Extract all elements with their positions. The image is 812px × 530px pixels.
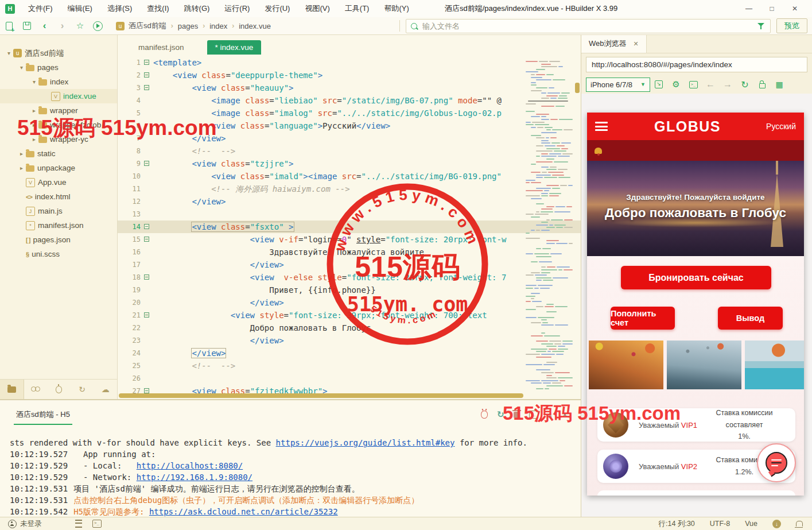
file-search-box[interactable] (406, 19, 771, 33)
tree-item-酒店sd前端[interactable]: ▾u酒店sd前端 (0, 46, 117, 60)
photo-balloons-sunset[interactable] (589, 341, 663, 389)
tree-item-static[interactable]: ▸static (0, 146, 117, 161)
login-status[interactable]: 未登录 (8, 519, 42, 529)
fold-marker-icon[interactable] (144, 224, 149, 229)
tree-item-index[interactable]: ▾index (0, 75, 117, 89)
filter-icon[interactable] (757, 22, 764, 29)
editor-tab-0[interactable]: manifest.json (130, 40, 192, 55)
code-line-15[interactable]: 15 <view v-if="login==0" style="font-siz… (118, 233, 581, 246)
encoding-label[interactable]: UTF-8 (710, 520, 730, 528)
tree-item-index.html[interactable]: <>index.html (0, 189, 117, 204)
code-line-18[interactable]: 18 <view v-else style="font-size: 20rpx;… (118, 271, 581, 284)
refresh-button[interactable]: ↻ (736, 76, 753, 93)
code-line-22[interactable]: 22 Добро пожаловать в Глобус (118, 322, 581, 334)
code-line-7[interactable]: 7 </view> (118, 132, 581, 145)
tree-item-wrapper[interactable]: ▸wrapper (0, 103, 117, 118)
close-button[interactable]: ✕ (783, 0, 806, 17)
tree-item-wrapper-fzctob[interactable]: ▸wrapper-fzctob (0, 118, 117, 132)
tree-item-index.vue[interactable]: Vindex.vue (0, 89, 117, 103)
code-line-1[interactable]: 1<template> (118, 56, 581, 69)
menu-item-6[interactable]: 发行(U) (257, 0, 297, 17)
tree-item-pages[interactable]: ▾pages (0, 60, 117, 75)
code-line-25[interactable]: 25 <!-- --> (118, 359, 581, 372)
fold-marker-icon[interactable] (144, 312, 149, 318)
code-line-17[interactable]: 17 </view> (118, 258, 581, 271)
tree-item-main.js[interactable]: Jmain.js (0, 204, 117, 218)
minimize-button[interactable]: — (737, 0, 760, 17)
terminal-small-icon[interactable]: >_ (92, 520, 102, 528)
menu-item-9[interactable]: 帮助(Y) (376, 0, 416, 17)
code-line-4[interactable]: 4 <image class="liebiao" src="/static/im… (118, 94, 581, 107)
code-editor[interactable]: manifest.json* index.vue 1<template>2 <v… (118, 34, 581, 399)
code-line-19[interactable]: 19 Привет, {{info.phone}} (118, 284, 581, 296)
tree-item-wrapper-yc[interactable]: ▸wrapper-yc (0, 132, 117, 146)
tree-item-uni.scss[interactable]: §uni.scss (0, 247, 117, 261)
sidebar-tab-debug[interactable] (47, 380, 71, 399)
chat-support-button[interactable] (757, 443, 796, 482)
tree-arrow-icon[interactable]: ▸ (30, 122, 38, 128)
tree-item-unpackage[interactable]: ▸unpackage (0, 161, 117, 175)
log-link[interactable]: http://192.168.1.9:8080/ (137, 473, 252, 482)
collapse-panel-icon[interactable]: ∧ (547, 411, 553, 419)
tree-arrow-icon[interactable]: ▾ (17, 64, 26, 71)
breadcrumb-item-0[interactable]: 酒店sd前端 (129, 21, 166, 31)
fold-marker-icon[interactable] (144, 72, 149, 78)
console-tab[interactable]: 酒店sd前端 - H5 (16, 409, 70, 420)
breadcrumb-item-1[interactable]: pages (178, 22, 198, 30)
menu-item-2[interactable]: 选择(S) (100, 0, 139, 17)
code-line-24[interactable]: 24 </view> (118, 347, 581, 359)
browser-back-button[interactable]: ← (702, 76, 719, 93)
code-line-20[interactable]: 20 </view> (118, 296, 581, 309)
navigate-back-button[interactable]: ‹ (36, 17, 53, 34)
fold-marker-icon[interactable] (144, 161, 149, 166)
qr-code-button[interactable]: ▦ (771, 76, 788, 93)
code-line-9[interactable]: 9 <view class="tzjjre"> (118, 157, 581, 170)
tree-item-manifest.json[interactable]: *manifest.json (0, 218, 117, 233)
bookmark-star-button[interactable]: ☆ (71, 17, 89, 34)
clear-console-icon[interactable] (514, 412, 520, 418)
maximize-button[interactable]: □ (760, 0, 783, 17)
cursor-position[interactable]: 行:14 列:30 (659, 519, 695, 529)
navigate-forward-button[interactable]: › (53, 17, 71, 34)
code-line-23[interactable]: 23 </view> (118, 334, 581, 347)
run-button[interactable] (89, 17, 107, 34)
menu-item-3[interactable]: 查找(I) (139, 0, 176, 17)
terminal-icon[interactable]: >_ (529, 411, 538, 419)
code-line-16[interactable]: 16 Здравствуйте! Пожалуйста войдите (118, 246, 581, 258)
sidebar-tab-web[interactable]: ☁ (94, 380, 117, 399)
menu-item-8[interactable]: 工具(T) (337, 0, 377, 17)
vip-card-VIP1[interactable]: Уважаемый VIP1Ставка комиссии составляет… (597, 408, 795, 442)
log-link[interactable]: https://vuejs.org/guide/list.html#key (276, 438, 455, 447)
menu-item-1[interactable]: 编辑(E) (60, 0, 100, 17)
code-line-26[interactable]: 26 (118, 372, 581, 385)
editor-horizontal-scrollbar[interactable] (119, 393, 523, 398)
code-area[interactable]: 1<template>2 <view class="deeppurple-the… (118, 56, 581, 399)
log-link[interactable]: http://localhost:8080/ (137, 461, 243, 470)
tree-arrow-icon[interactable]: ▸ (17, 165, 26, 171)
code-line-5[interactable]: 5 <image class="imalog" src="../../stati… (118, 107, 581, 119)
settings-gear-icon[interactable]: ⚙ (667, 76, 685, 93)
menu-item-0[interactable]: 文件(F) (21, 0, 60, 17)
open-external-button[interactable]: ↘ (650, 76, 667, 93)
fold-marker-icon[interactable] (144, 274, 149, 280)
debug-bug-icon[interactable] (481, 411, 488, 419)
tree-arrow-icon[interactable]: ▸ (30, 136, 38, 142)
code-line-11[interactable]: 11 <!-- 海外源码 haiwaiym.com --> (118, 183, 581, 195)
outline-list-icon[interactable] (75, 520, 82, 528)
minimap[interactable] (525, 61, 573, 391)
menu-item-5[interactable]: 运行(R) (217, 0, 257, 17)
withdraw-button[interactable]: Вывод (718, 307, 783, 330)
code-line-2[interactable]: 2 <view class="deeppurple-theme"> (118, 69, 581, 82)
scrollbar-handle[interactable] (575, 83, 580, 93)
lock-button[interactable] (753, 76, 771, 93)
photo-balloon-pool[interactable] (745, 341, 804, 389)
hamburger-menu-icon[interactable] (595, 120, 609, 133)
new-file-button[interactable] (0, 17, 18, 34)
code-line-6[interactable]: 6 <view class="language">Русский</view> (118, 119, 581, 132)
tree-arrow-icon[interactable]: ▸ (17, 150, 26, 157)
language-switch[interactable]: Русский (766, 122, 796, 131)
code-line-3[interactable]: 3 <view class="heauuy"> (118, 82, 581, 94)
deposit-button[interactable]: Пополнить счет (611, 307, 675, 330)
code-line-21[interactable]: 21 <view style="font-size: 39rpx; font-w… (118, 309, 581, 322)
photo-balloons-blue-sky[interactable] (667, 341, 741, 389)
